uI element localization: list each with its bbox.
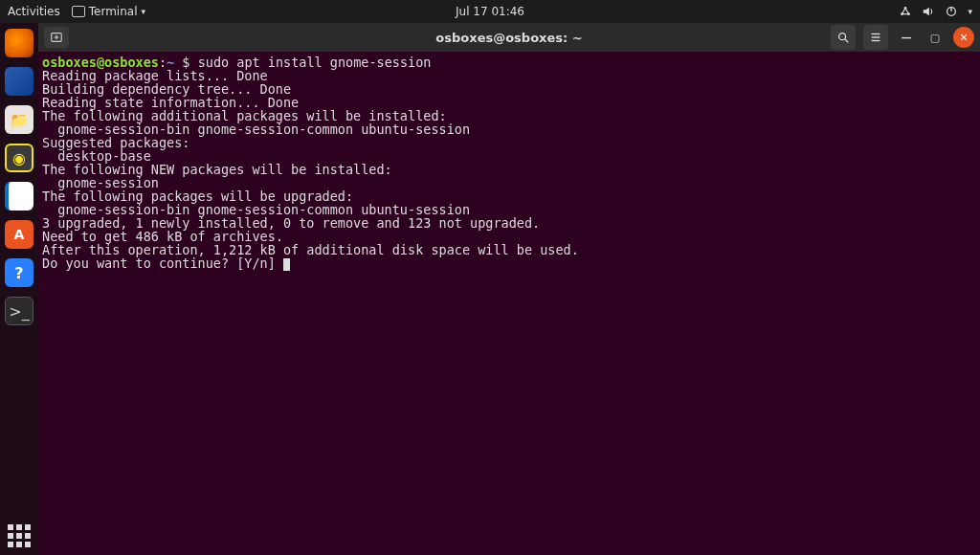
activities-button[interactable]: Activities xyxy=(8,5,60,18)
terminal-viewport[interactable]: osboxes@osboxes:~ $ sudo apt install gno… xyxy=(38,52,980,555)
window-minimize-button[interactable]: — xyxy=(896,27,917,48)
window-maximize-button[interactable]: ▢ xyxy=(924,27,946,48)
terminal-icon xyxy=(72,6,85,17)
window-titlebar: osboxes@osboxes: ~ — ▢ ✕ xyxy=(38,23,980,52)
gnome-topbar: Activities Terminal ▾ Jul 17 01:46 ▾ xyxy=(0,0,980,23)
network-icon[interactable] xyxy=(899,5,912,18)
window-title: osboxes@osboxes: ~ xyxy=(435,31,582,45)
search-button[interactable] xyxy=(831,25,856,50)
chevron-down-icon: ▾ xyxy=(141,7,145,16)
app-name-label: Terminal xyxy=(89,5,138,18)
window-close-button[interactable]: ✕ xyxy=(953,27,974,48)
dock-app-rhythmbox[interactable]: ◉ xyxy=(5,144,33,172)
power-icon[interactable] xyxy=(945,5,958,18)
dock: 📁 ◉ ? >_ xyxy=(0,23,38,555)
clock[interactable]: Jul 17 01:46 xyxy=(456,5,524,18)
svg-line-9 xyxy=(845,39,849,43)
volume-icon[interactable] xyxy=(922,5,935,18)
show-applications-button[interactable] xyxy=(8,524,31,547)
dock-app-terminal[interactable]: >_ xyxy=(5,297,33,325)
dock-app-firefox[interactable] xyxy=(5,29,33,57)
hamburger-menu-button[interactable] xyxy=(863,25,888,50)
terminal-output: Reading package lists... Done Building d… xyxy=(42,68,579,271)
dock-app-files[interactable]: 📁 xyxy=(5,105,33,134)
hamburger-icon xyxy=(869,31,882,44)
dock-app-help[interactable]: ? xyxy=(5,258,33,287)
search-icon xyxy=(836,31,850,44)
terminal-cursor xyxy=(283,258,290,271)
system-menu-chevron-icon[interactable]: ▾ xyxy=(968,7,972,16)
dock-app-thunderbird[interactable] xyxy=(5,67,33,96)
dock-app-software[interactable] xyxy=(5,220,33,249)
new-tab-icon xyxy=(50,31,63,44)
svg-point-8 xyxy=(839,33,846,40)
topbar-app-menu[interactable]: Terminal ▾ xyxy=(72,5,145,18)
dock-app-writer[interactable] xyxy=(5,182,33,211)
new-tab-button[interactable] xyxy=(44,27,69,48)
